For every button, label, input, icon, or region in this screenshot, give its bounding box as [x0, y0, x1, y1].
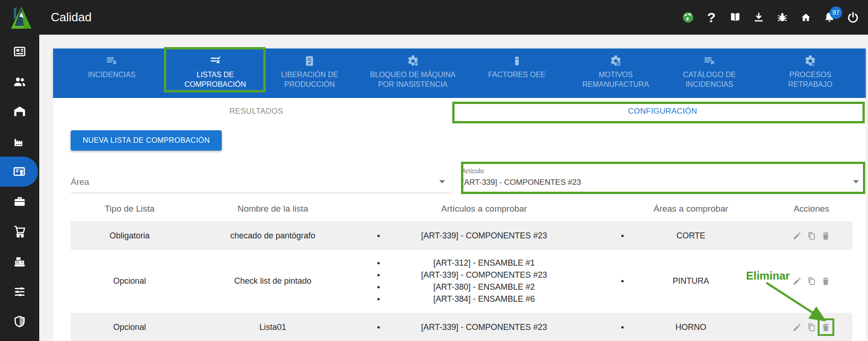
tab-label: LIBERACIÓN DE PRODUCCIÓN	[273, 70, 346, 89]
cell-articulos-a-comprobar: [ART-312] - ENSAMBLE #1[ART-339] - COMPO…	[357, 257, 611, 305]
tab-incidencias[interactable]: INCIDENCIAS	[53, 49, 170, 98]
module-tabbar: INCIDENCIAS LISTAS DE COMPROBACIÓN LIBER…	[53, 49, 866, 98]
bullet	[377, 235, 380, 237]
list-item: [ART-380] - ENSAMBLE #2	[433, 282, 535, 292]
cell-nombre-de-la-lista: checado de pantógrafo	[188, 231, 357, 241]
tab-label: CATÁLOGO DE INCIDENCIAS	[673, 70, 747, 89]
page-title: Calidad	[51, 10, 91, 24]
cell-nombre-de-la-lista: Lista01	[188, 323, 357, 332]
sidebar-item-settings[interactable]	[0, 277, 39, 307]
sidebar-item-purchases[interactable]	[0, 217, 39, 247]
bullet	[621, 235, 624, 237]
bullet	[377, 262, 380, 264]
edit-pencil-icon[interactable]	[792, 322, 802, 332]
cell-acciones	[771, 276, 852, 286]
cell-tipo-de-lista: Obligatoria	[71, 231, 188, 241]
delete-trash-icon[interactable]	[821, 231, 831, 241]
bullet	[377, 326, 380, 329]
sidebar-item-sales[interactable]	[0, 247, 39, 277]
articulo-select[interactable]: Artículo [ART-339] - COMPONENTES #23	[462, 164, 864, 193]
people-icon	[12, 74, 27, 89]
sidebar-item-people[interactable]	[0, 67, 39, 97]
list-item: PINTURA	[673, 276, 709, 286]
checklists-table: Tipo de Lista Nombre de la lista Artícul…	[71, 199, 852, 341]
cart-icon	[12, 225, 27, 239]
sidebar-item-production[interactable]	[0, 127, 39, 157]
tab-bloqueo-de-maquina[interactable]: BLOQUEO DE MÁQUINA POR INASISTENCIA	[359, 49, 467, 98]
notification-badge: 97	[830, 6, 842, 19]
subtab-resultados[interactable]: RESULTADOS	[53, 98, 460, 125]
cell-articulos-a-comprobar: [ART-339] - COMPONENTES #23	[357, 321, 611, 333]
bug-report-icon[interactable]	[775, 11, 789, 24]
tab-label: FACTORES OEE	[488, 70, 546, 79]
notifications-bell-icon[interactable]: 97	[822, 11, 836, 24]
news-icon	[12, 44, 27, 59]
area-select[interactable]: Área	[71, 164, 450, 193]
table-row: Opcional Check list de pintado [ART-312]…	[71, 252, 852, 310]
copy-icon[interactable]	[807, 276, 817, 286]
language-globe-icon[interactable]	[681, 11, 695, 24]
delete-trash-icon[interactable]	[821, 322, 831, 332]
sidebar-item-news[interactable]	[0, 37, 39, 67]
power-icon[interactable]	[846, 11, 860, 24]
list-item: [ART-384] - ENSAMBLE #6	[433, 294, 535, 304]
articulo-select-value: [ART-339] - COMPONENTES #23	[462, 178, 864, 187]
header-areas-a-comprobar: Áreas a comprobar	[611, 204, 771, 214]
cell-areas-a-comprobar: PINTURA	[611, 275, 771, 287]
tab-procesos-retrabajo[interactable]: PROCESOS RETRABAJO	[755, 49, 866, 98]
quality-certificate-icon	[12, 164, 26, 179]
sidebar-item-warehouse[interactable]	[0, 97, 39, 127]
sidebar-item-quality[interactable]	[0, 157, 38, 187]
header-nombre-de-la-lista: Nombre de la lista	[188, 204, 357, 214]
cell-areas-a-comprobar: CORTE	[611, 230, 771, 242]
column-icon	[511, 55, 523, 67]
help-icon[interactable]: ?	[704, 11, 718, 24]
bullet	[621, 280, 624, 282]
cell-areas-a-comprobar: HORNO	[611, 321, 771, 333]
cell-articulos-a-comprobar: [ART-339] - COMPONENTES #23	[357, 230, 611, 242]
header-articulos-a-comprobar: Artículos a comprobar	[357, 204, 611, 214]
list-item: [ART-339] - COMPONENTES #23	[421, 323, 547, 332]
delete-trash-icon[interactable]	[821, 276, 831, 286]
chevron-down-icon	[439, 180, 445, 183]
table-row: Opcional Lista01 [ART-339] - COMPONENTES…	[71, 313, 852, 341]
tab-label: PROCESOS RETRABAJO	[773, 70, 847, 89]
home-icon[interactable]	[799, 11, 813, 24]
register-icon	[12, 255, 27, 269]
tab-label: INCIDENCIAS	[88, 70, 135, 79]
gear-block-icon	[407, 55, 419, 67]
list-item: [ART-339] - COMPONENTES #23	[421, 231, 547, 241]
sidebar-item-security[interactable]	[0, 307, 39, 337]
cell-tipo-de-lista: Opcional	[71, 323, 188, 332]
list-item: HORNO	[675, 323, 706, 332]
tab-label: LISTAS DE COMPROBACIÓN	[178, 70, 252, 89]
header-acciones: Acciones	[771, 204, 852, 214]
download-icon[interactable]	[752, 11, 765, 24]
chevron-down-icon	[853, 180, 859, 183]
cell-nombre-de-la-lista: Check list de pintado	[188, 276, 357, 286]
shield-icon	[12, 315, 27, 329]
tune-icon	[12, 285, 27, 299]
bullet	[621, 326, 624, 329]
briefcase-icon	[12, 195, 27, 209]
documentation-book-icon[interactable]	[728, 11, 742, 24]
copy-icon[interactable]	[807, 322, 817, 332]
tab-factores-oee[interactable]: FACTORES OEE	[467, 49, 568, 98]
subtab-configuracion[interactable]: CONFIGURACIÓN	[460, 98, 866, 125]
sidebar-item-portfolio[interactable]	[0, 187, 39, 217]
tab-label: MOTIVOS REMANUFACTURA	[579, 70, 653, 89]
app-logo-icon	[10, 6, 32, 30]
articulo-select-label: Artículo	[462, 167, 864, 175]
tab-listas-de-comprobacion[interactable]: LISTAS DE COMPROBACIÓN	[170, 49, 260, 98]
main-content: INCIDENCIAS LISTAS DE COMPROBACIÓN LIBER…	[39, 35, 868, 341]
tab-motivos-remanufactura[interactable]: MOTIVOS REMANUFACTURA	[567, 49, 664, 98]
tab-liberacion-de-produccion[interactable]: LIBERACIÓN DE PRODUCCIÓN	[260, 49, 359, 98]
copy-icon[interactable]	[807, 231, 817, 241]
edit-pencil-icon[interactable]	[792, 231, 802, 241]
edit-pencil-icon[interactable]	[792, 276, 802, 286]
new-checklist-button[interactable]: NUEVA LISTA DE COMPROBACIÓN	[71, 130, 222, 151]
gear-rework-icon	[804, 55, 816, 67]
bullet	[377, 286, 380, 288]
header-tipo-de-lista: Tipo de Lista	[71, 204, 188, 214]
tab-catalogo-de-incidencias[interactable]: CATÁLOGO DE INCIDENCIAS	[664, 49, 755, 98]
